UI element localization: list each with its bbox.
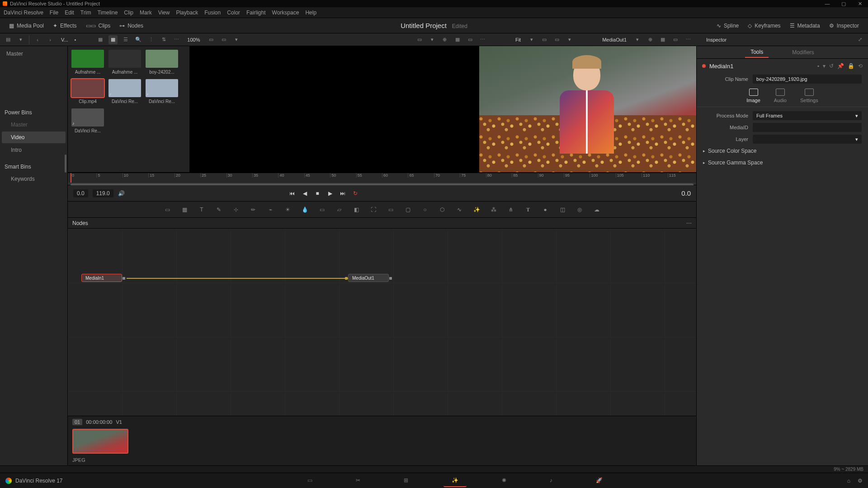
viewer-a-icon[interactable]: ▭	[415, 35, 424, 44]
menu-fusion[interactable]: Fusion	[204, 9, 221, 16]
grid-icon[interactable]: ▦	[453, 35, 462, 44]
particles-icon[interactable]: ⁂	[489, 205, 498, 214]
project-settings-icon[interactable]: ⚙	[858, 478, 863, 484]
bin-view-icon[interactable]: ▤	[4, 35, 13, 44]
sort-label[interactable]: V...	[58, 37, 71, 42]
clip-name-input[interactable]	[753, 75, 862, 84]
media-thumb[interactable]: ♪DaVinci Re...	[146, 79, 178, 104]
menu-help[interactable]: Help	[305, 9, 316, 16]
chevron-down-icon[interactable]: ▾	[633, 35, 642, 44]
chevron-down-icon[interactable]: ▾	[823, 63, 826, 69]
view-thumb-icon[interactable]: ▦	[96, 35, 105, 44]
text3d-icon[interactable]: 𝐓	[524, 205, 533, 214]
transform-icon[interactable]: ▱	[335, 205, 344, 214]
paint-icon[interactable]: ✎	[214, 205, 223, 214]
merge-icon[interactable]: ▭	[317, 205, 326, 214]
scrollbar-thumb[interactable]	[65, 155, 66, 173]
render3d-icon[interactable]: ☁	[592, 205, 601, 214]
viewer-right[interactable]	[479, 46, 696, 172]
media-thumb[interactable]: ♪DaVinci Re...	[108, 79, 141, 104]
bin-keywords[interactable]: Keywords	[2, 173, 66, 185]
bin-intro[interactable]: Intro	[2, 144, 66, 156]
node-output-port[interactable]	[389, 277, 392, 280]
rectangle-icon[interactable]: ▢	[403, 205, 412, 214]
playhead[interactable]	[71, 173, 71, 183]
media-thumb[interactable]: Aufnahme ...	[108, 50, 141, 75]
channel-icon[interactable]: ▭	[386, 205, 395, 214]
inspector-node-name[interactable]: MediaIn1	[709, 63, 733, 70]
menu-workspace[interactable]: Workspace	[272, 9, 299, 16]
first-frame-button[interactable]: ⏮	[288, 190, 296, 197]
search-icon[interactable]: 🔍	[134, 35, 143, 44]
loop-button[interactable]: ↻	[352, 190, 359, 197]
menu-playback[interactable]: Playback	[176, 9, 198, 16]
text-icon[interactable]: T	[197, 205, 206, 214]
media-pool-button[interactable]: ▦ Media Pool	[5, 21, 48, 31]
versions-icon[interactable]: ↺	[829, 63, 834, 69]
chevron-down-icon[interactable]: ▾	[527, 35, 536, 44]
media-thumb[interactable]: ♪DaVinci Re...	[71, 108, 104, 133]
shape3d-icon[interactable]: ●	[541, 205, 550, 214]
node-connection[interactable]	[127, 278, 348, 279]
bin-master[interactable]: Master	[2, 119, 66, 131]
stereo-icon[interactable]: ▭	[552, 35, 561, 44]
prender-icon[interactable]: ⋔	[506, 205, 515, 214]
stop-button[interactable]: ■	[314, 190, 321, 197]
nodes-canvas[interactable]: MediaIn1 MediaOut1	[68, 229, 696, 416]
chevron-down-icon[interactable]: ▾	[232, 35, 241, 44]
menu-davinci[interactable]: DaVinci Resolve	[4, 9, 43, 16]
menu-timeline[interactable]: Timeline	[97, 9, 118, 16]
metadata-button[interactable]: ☰ Metadata	[785, 21, 825, 31]
viewer-left[interactable]	[190, 46, 479, 172]
clip-thumbnail[interactable]	[72, 429, 128, 454]
sort-icon[interactable]: ⇅	[159, 35, 168, 44]
layout-b-icon[interactable]: ▭	[219, 35, 228, 44]
layer-select[interactable]: ▾	[753, 135, 862, 144]
page-edit[interactable]: ⊞	[396, 474, 416, 487]
pin-icon[interactable]: 📌	[837, 63, 844, 69]
source-gamma-space-row[interactable]: ▸ Source Gamma Space	[697, 157, 868, 169]
prop-tab-audio[interactable]: Audio	[774, 89, 787, 103]
media-thumb[interactable]: Clip.mp4	[71, 79, 104, 104]
brightness-icon[interactable]: ☀	[283, 205, 292, 214]
bin-video[interactable]: Video	[2, 131, 66, 143]
channel-icon[interactable]: ▭	[540, 35, 549, 44]
background-icon[interactable]: ▭	[163, 205, 172, 214]
chevron-down-icon[interactable]: ▾	[565, 35, 574, 44]
process-mode-select[interactable]: Full Frames ▾	[753, 111, 862, 120]
source-color-space-row[interactable]: ▸ Source Color Space	[697, 145, 868, 157]
speaker-icon[interactable]: 🔊	[118, 190, 125, 197]
page-cut[interactable]: ✂	[348, 474, 368, 487]
grid-icon[interactable]: ▦	[658, 35, 667, 44]
master-bin[interactable]: Master	[0, 46, 67, 61]
node-mediain1[interactable]: MediaIn1	[81, 274, 122, 282]
effects-button[interactable]: ✦ Effects	[48, 21, 81, 31]
play-button[interactable]: ▶	[326, 190, 334, 197]
single-icon[interactable]: ▭	[466, 35, 475, 44]
snapshot-icon[interactable]: ⊕	[646, 35, 655, 44]
menu-clip[interactable]: Clip	[124, 9, 133, 16]
resize-icon[interactable]: ⛶	[369, 205, 378, 214]
more-icon[interactable]: ⋯	[478, 35, 487, 44]
viewer-node-label[interactable]: MediaOut1	[599, 37, 629, 42]
tc-current[interactable]: 0.0	[681, 189, 691, 197]
lock-icon[interactable]: 🔒	[848, 63, 854, 69]
menu-file[interactable]: File	[50, 9, 58, 16]
menu-trim[interactable]: Trim	[80, 9, 91, 16]
nodes-options-icon[interactable]: ⋯	[686, 220, 692, 226]
home-icon[interactable]: ⌂	[847, 478, 850, 484]
ellipse-icon[interactable]: ○	[420, 205, 429, 214]
media-thumb[interactable]: Aufnahme ...	[71, 50, 104, 75]
last-frame-button[interactable]: ⏭	[339, 190, 346, 197]
nodes-button[interactable]: ⊶ Nodes	[115, 21, 148, 31]
chevron-down-icon[interactable]: ▾	[16, 35, 25, 44]
page-deliver[interactable]: 🚀	[588, 474, 611, 487]
spline-button[interactable]: ∿ Spline	[712, 21, 743, 31]
color-icon[interactable]: 💧	[300, 205, 309, 214]
step-back-button[interactable]: ◀	[301, 190, 308, 197]
tab-modifiers[interactable]: Modifiers	[787, 47, 820, 57]
filter-icon[interactable]: ⋮	[146, 35, 156, 44]
blur-icon[interactable]: ⌁	[266, 205, 275, 214]
prop-tab-image[interactable]: Image	[746, 89, 760, 103]
tab-tools[interactable]: Tools	[745, 47, 769, 58]
